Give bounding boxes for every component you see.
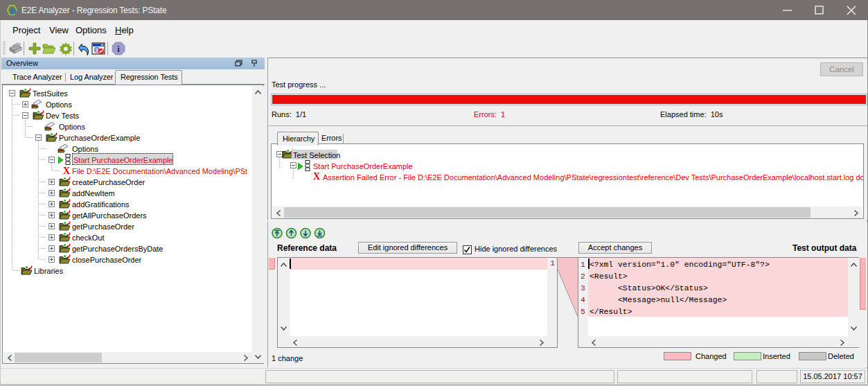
svg-text:i: i: [117, 44, 120, 54]
svg-text:i: i: [96, 47, 98, 53]
